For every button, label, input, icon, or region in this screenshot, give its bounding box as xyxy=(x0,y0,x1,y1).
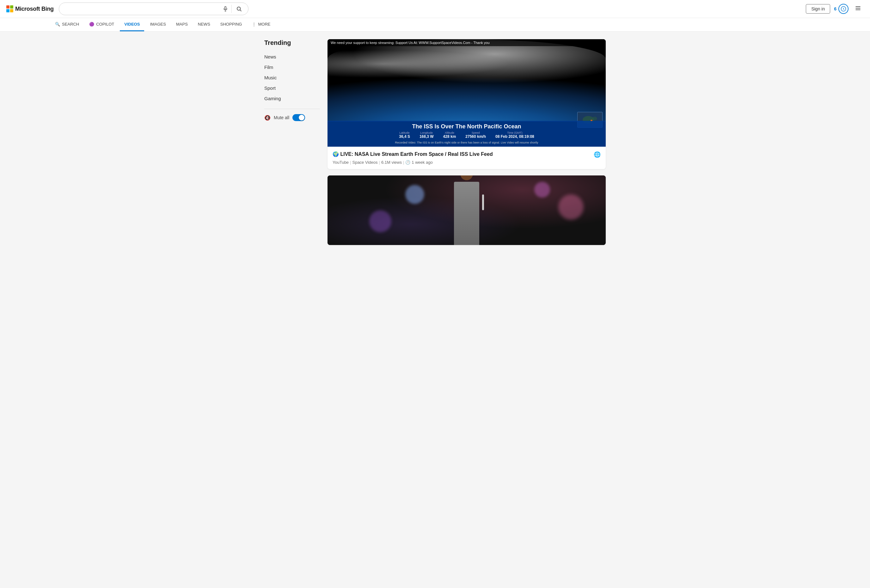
video-channel: Space Videos xyxy=(352,160,377,165)
rewards-icon xyxy=(839,4,849,14)
iss-thumbnail: We need your support to keep streaming: … xyxy=(328,39,606,147)
globe-icon[interactable]: 🌐 xyxy=(594,151,601,158)
concert-orb3 xyxy=(558,194,584,220)
search-bar[interactable] xyxy=(59,3,249,15)
logo[interactable]: Microsoft Bing xyxy=(6,5,54,12)
clock-icon: 🕐 xyxy=(405,160,410,165)
iss-earth xyxy=(328,39,606,121)
svg-point-11 xyxy=(592,117,597,121)
concert-figure xyxy=(435,176,498,245)
sidebar-title: Trending xyxy=(264,39,320,46)
hamburger-button[interactable] xyxy=(852,4,864,14)
microphone-icon xyxy=(223,6,228,12)
logo-text: Microsoft Bing xyxy=(15,6,54,12)
tab-more[interactable]: ⋮ MORE xyxy=(247,18,275,31)
tab-news[interactable]: NEWS xyxy=(194,18,215,31)
tab-images[interactable]: IMAGES xyxy=(145,18,170,31)
nav-tabs: 🔍 SEARCH 🟣 COPILOT VIDEOS IMAGES MAPS NE… xyxy=(0,18,870,31)
video-thumbnail-concert[interactable] xyxy=(328,176,606,245)
copilot-tab-icon: 🟣 xyxy=(89,22,94,27)
search-icon xyxy=(236,6,242,12)
search-tab-icon: 🔍 xyxy=(55,22,60,27)
tab-videos[interactable]: VIDEOS xyxy=(120,18,144,31)
video-source: YouTube xyxy=(332,160,349,165)
video-title-iss[interactable]: 🌍 LIVE: NASA Live Stream Earth From Spac… xyxy=(332,151,590,157)
tab-search[interactable]: 🔍 SEARCH xyxy=(51,18,83,31)
toggle-knob xyxy=(299,115,304,121)
person-head xyxy=(460,176,473,180)
video-meta-iss: YouTube | Space Videos | 6.1M views | 🕐 … xyxy=(332,160,601,165)
person-mic xyxy=(482,194,484,210)
search-button[interactable] xyxy=(235,5,243,13)
video-info-iss: 🌍 LIVE: NASA Live Stream Earth From Spac… xyxy=(328,147,606,169)
tab-maps[interactable]: MAPS xyxy=(172,18,192,31)
sidebar: Trending News Film Music Sport Gaming 🔇 … xyxy=(264,39,328,245)
search-input[interactable] xyxy=(64,6,218,12)
mute-icon: 🔇 xyxy=(264,115,271,121)
sidebar-item-film[interactable]: Film xyxy=(264,62,320,72)
header-right: Sign in 6 xyxy=(806,4,864,14)
concert-orb1 xyxy=(405,185,424,204)
iss-stats: Latitude 36,4 S Longitude 168,3 W Altitu… xyxy=(331,131,603,139)
tab-shopping[interactable]: SHOPPING xyxy=(216,18,247,31)
concert-orb4 xyxy=(369,210,391,232)
concert-thumbnail xyxy=(328,176,606,245)
svg-rect-0 xyxy=(225,7,226,9)
hamburger-icon xyxy=(855,5,861,11)
mute-label: Mute all xyxy=(274,115,289,120)
svg-line-4 xyxy=(240,10,241,11)
video-card-iss: We need your support to keep streaming: … xyxy=(328,39,606,169)
video-thumbnail-iss[interactable]: We need your support to keep streaming: … xyxy=(328,39,606,147)
person-body xyxy=(454,182,479,245)
video-time: 1 week ago xyxy=(412,160,433,165)
microsoft-logo-icon xyxy=(6,5,13,12)
iss-sub-text: Recorded Video: The ISS is on Earth's ni… xyxy=(331,140,603,146)
header: Microsoft Bing Sign in 6 xyxy=(0,0,870,18)
video-views: 6.1M views xyxy=(381,160,402,165)
main-content: Trending News Film Music Sport Gaming 🔇 … xyxy=(214,31,656,253)
tab-copilot[interactable]: 🟣 COPILOT xyxy=(85,18,119,31)
sidebar-item-gaming[interactable]: Gaming xyxy=(264,93,320,104)
video-title-row: 🌍 LIVE: NASA Live Stream Earth From Spac… xyxy=(332,151,601,158)
concert-orb2 xyxy=(534,182,550,198)
rewards-badge[interactable]: 6 xyxy=(834,4,849,14)
sign-in-button[interactable]: Sign in xyxy=(806,4,830,13)
sidebar-item-music[interactable]: Music xyxy=(264,72,320,83)
microphone-button[interactable] xyxy=(221,5,232,13)
sidebar-item-news[interactable]: News xyxy=(264,52,320,62)
video-card-concert xyxy=(328,176,606,245)
iss-overlay-title: The ISS Is Over The North Pacific Ocean xyxy=(331,123,603,130)
mute-control: 🔇 Mute all xyxy=(264,114,320,121)
rewards-count: 6 xyxy=(834,6,836,11)
iss-overlay: The ISS Is Over The North Pacific Ocean … xyxy=(328,121,606,147)
iss-support-banner: We need your support to keep streaming: … xyxy=(328,39,606,46)
sidebar-item-sport[interactable]: Sport xyxy=(264,83,320,93)
mute-toggle[interactable] xyxy=(292,114,305,121)
svg-point-3 xyxy=(237,7,241,10)
more-icon: ⋮ xyxy=(252,22,256,27)
video-feed: We need your support to keep streaming: … xyxy=(328,39,606,245)
